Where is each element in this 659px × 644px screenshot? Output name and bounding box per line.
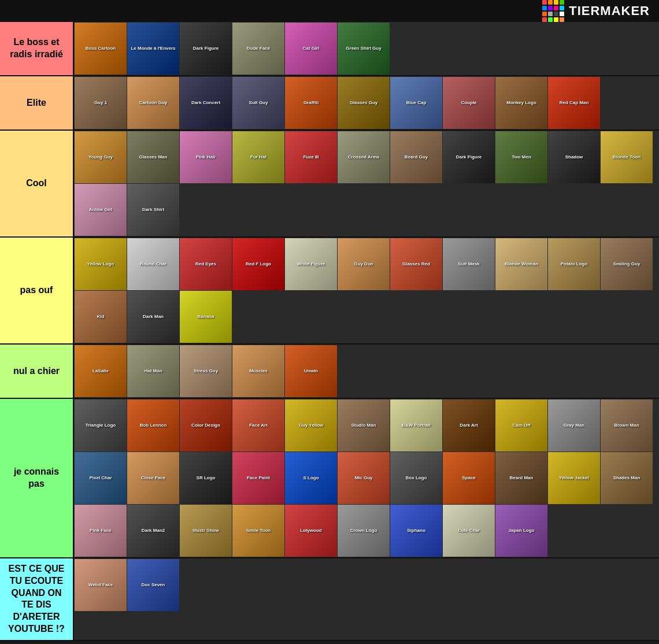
tier-card[interactable]: Dark Figure bbox=[443, 131, 495, 183]
tier-card[interactable]: Yellow Logo bbox=[75, 238, 127, 290]
tier-card[interactable]: Boss Cartoon bbox=[75, 23, 127, 75]
tier-card[interactable]: S Logo bbox=[285, 452, 337, 504]
tier-card[interactable]: Space bbox=[443, 452, 495, 504]
tier-card[interactable]: Fuze III bbox=[285, 131, 337, 183]
tier-card[interactable]: Banana bbox=[180, 291, 232, 343]
tier-card[interactable]: Cam Off bbox=[495, 399, 547, 451]
tier-card[interactable]: Lolywood bbox=[285, 505, 337, 557]
tier-card[interactable]: B&W Portrait bbox=[390, 399, 442, 451]
tier-card[interactable]: Brown Man bbox=[601, 399, 653, 451]
header-bar: TiERMAKER bbox=[0, 0, 659, 22]
tier-card[interactable]: Face Art bbox=[232, 399, 284, 451]
tier-card[interactable]: Pink Face bbox=[75, 505, 127, 557]
tier-card[interactable]: Illustr Show bbox=[180, 505, 232, 557]
tier-card[interactable]: Two Men bbox=[495, 131, 547, 183]
tier-content-cool: Young GuyGlasses ManPink HairFur HatFuze… bbox=[74, 131, 659, 236]
tier-card[interactable]: Smiling Guy bbox=[601, 238, 653, 290]
tier-label-estce: EST CE QUE TU ECOUTE QUAND ON TE DIS D'A… bbox=[0, 558, 74, 640]
tier-card[interactable]: Le Monde à l'Envers bbox=[127, 23, 179, 75]
tier-content-estce: Weird FaceDoc Seven bbox=[74, 558, 659, 640]
tier-card[interactable]: Dude Face bbox=[232, 23, 284, 75]
tier-card[interactable]: Green Shirt Guy bbox=[338, 23, 390, 75]
tier-content-elite: Guy 1Cartoon GuyDark ConcertSuit GuyGraf… bbox=[74, 76, 659, 129]
tier-card[interactable]: Smile Toon bbox=[232, 505, 284, 557]
tier-card[interactable]: Glasses Guy bbox=[338, 77, 390, 129]
tier-card[interactable]: Shadow bbox=[548, 131, 600, 183]
tier-card[interactable]: Beard Guy bbox=[390, 131, 442, 183]
tier-card[interactable]: Close Face bbox=[127, 452, 179, 504]
tier-card[interactable]: Pink Hair bbox=[180, 131, 232, 183]
tier-card[interactable]: Weird Face bbox=[75, 559, 127, 611]
tier-card[interactable]: Dark Concert bbox=[180, 77, 232, 129]
tier-card[interactable]: Cat Girl bbox=[285, 23, 337, 75]
tier-card[interactable]: Dark Shirt bbox=[127, 184, 179, 236]
tier-label-boss: Le boss et radis irradié bbox=[0, 22, 74, 75]
tier-card[interactable]: Red F Logo bbox=[232, 238, 284, 290]
tier-card[interactable]: Suit Mask bbox=[443, 238, 495, 290]
tier-card[interactable]: Guy Duo bbox=[338, 238, 390, 290]
tier-card[interactable]: Red Cap Man bbox=[548, 77, 600, 129]
tier-card[interactable]: Couple bbox=[443, 77, 495, 129]
tier-card[interactable]: Potato Logo bbox=[548, 238, 600, 290]
tier-label-jeconnais: je connais pas bbox=[0, 399, 74, 557]
tier-card[interactable]: Glasses Red bbox=[390, 238, 442, 290]
tier-card[interactable]: Blue Cap bbox=[390, 77, 442, 129]
tier-label-nulachier: nul a chier bbox=[0, 345, 74, 398]
tier-card[interactable]: Cartoon Guy bbox=[127, 77, 179, 129]
tier-card[interactable]: Beard Man bbox=[495, 452, 547, 504]
tier-card[interactable]: LaSalle bbox=[75, 345, 127, 397]
tier-card[interactable]: Gray Man bbox=[548, 399, 600, 451]
tier-card[interactable]: Dark Figure bbox=[180, 23, 232, 75]
tier-card[interactable]: Young Guy bbox=[75, 131, 127, 183]
tier-card[interactable]: Crown Logo bbox=[338, 505, 390, 557]
tier-card[interactable]: Stress Guy bbox=[180, 345, 232, 397]
page-container: TiERMAKER Le boss et radis irradiéBoss C… bbox=[0, 0, 659, 641]
tier-card[interactable]: Dark Art bbox=[443, 399, 495, 451]
tier-list: Le boss et radis irradiéBoss CartoonLe M… bbox=[0, 22, 659, 641]
tier-card[interactable]: Dark Man2 bbox=[127, 505, 179, 557]
tier-card[interactable]: Fur Hat bbox=[232, 131, 284, 183]
tier-card[interactable]: Blonde Toon bbox=[601, 131, 653, 183]
tier-card[interactable]: Hat Man bbox=[127, 345, 179, 397]
tier-card[interactable]: Color Design bbox=[180, 399, 232, 451]
tier-card[interactable]: Cute Char bbox=[443, 505, 495, 557]
tier-card[interactable]: Muscles bbox=[232, 345, 284, 397]
tier-card[interactable]: Monkey Logo bbox=[495, 77, 547, 129]
tier-card[interactable]: Glasses Man bbox=[127, 131, 179, 183]
tier-card[interactable]: Triangle Logo bbox=[75, 399, 127, 451]
tier-card[interactable]: Mic Guy bbox=[338, 452, 390, 504]
tier-card[interactable]: Guy Yellow bbox=[285, 399, 337, 451]
tier-card[interactable]: Pixel Char bbox=[75, 452, 127, 504]
tier-card[interactable]: Yellow Jacket bbox=[548, 452, 600, 504]
tier-card[interactable]: Graffiti bbox=[285, 77, 337, 129]
tier-card[interactable]: Guy 1 bbox=[75, 77, 127, 129]
tier-row-boss: Le boss et radis irradiéBoss CartoonLe M… bbox=[0, 22, 659, 76]
tier-row-pasouf: pas oufYellow LogoRound CharRed EyesRed … bbox=[0, 238, 659, 345]
tier-card[interactable]: Crossed Arms bbox=[338, 131, 390, 183]
tier-card[interactable]: Dark Man bbox=[127, 291, 179, 343]
tier-content-jeconnais: Triangle LogoBob LennonColor DesignFace … bbox=[74, 399, 659, 557]
tier-label-pasouf: pas ouf bbox=[0, 238, 74, 343]
tiermaker-logo: TiERMAKER bbox=[542, 0, 650, 22]
tier-card[interactable]: Blonde Woman bbox=[495, 238, 547, 290]
tier-card[interactable]: Round Char bbox=[127, 238, 179, 290]
tier-row-nulachier: nul a chierLaSalleHat ManStress GuyMuscl… bbox=[0, 345, 659, 399]
tier-card[interactable]: Red Eyes bbox=[180, 238, 232, 290]
tier-card[interactable]: Unwin bbox=[285, 345, 337, 397]
tier-card[interactable]: Anime Girl bbox=[75, 184, 127, 236]
tier-card[interactable]: Kid bbox=[75, 291, 127, 343]
tier-card[interactable]: Siphano bbox=[390, 505, 442, 557]
tier-card[interactable]: White Figure bbox=[285, 238, 337, 290]
tier-card[interactable]: Suit Guy bbox=[232, 77, 284, 129]
logo-grid-icon bbox=[542, 0, 564, 22]
tier-content-pasouf: Yellow LogoRound CharRed EyesRed F LogoW… bbox=[74, 238, 659, 343]
tier-card[interactable]: Studio Man bbox=[338, 399, 390, 451]
tier-card[interactable]: Shades Man bbox=[601, 452, 653, 504]
tier-card[interactable]: Japan Logo bbox=[495, 505, 547, 557]
tier-card[interactable]: Box Logo bbox=[390, 452, 442, 504]
tier-card[interactable]: Face Paint bbox=[232, 452, 284, 504]
tier-card[interactable]: Bob Lennon bbox=[127, 399, 179, 451]
tier-label-cool: Cool bbox=[0, 131, 74, 236]
tier-card[interactable]: SR Logo bbox=[180, 452, 232, 504]
tier-card[interactable]: Doc Seven bbox=[127, 559, 179, 611]
